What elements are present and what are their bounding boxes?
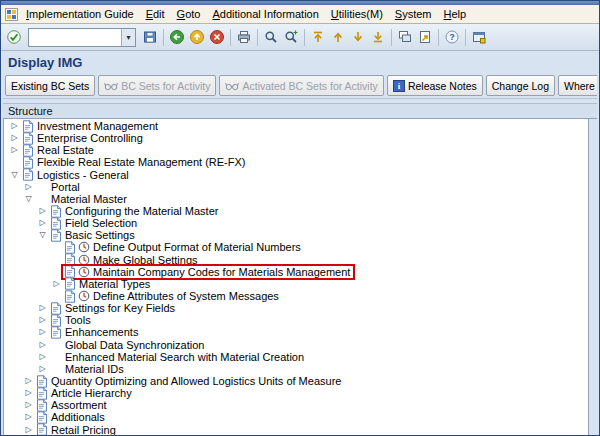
img-doc-icon[interactable] (21, 144, 35, 157)
expand-arrow-icon[interactable]: ▷ (8, 144, 21, 156)
img-doc-icon[interactable] (21, 168, 35, 181)
img-doc-icon[interactable] (49, 217, 63, 230)
print-icon[interactable] (234, 27, 254, 48)
menu-implementation-guide[interactable]: Implementation Guide (20, 7, 140, 21)
existing-bc-sets-button[interactable]: Existing BC Sets (5, 75, 95, 96)
expand-arrow-icon[interactable]: ▷ (36, 363, 49, 375)
img-activity-icon[interactable] (77, 254, 91, 266)
tree-item[interactable]: Make Global Settings (63, 254, 198, 266)
expand-arrow-icon[interactable]: ▷ (36, 326, 49, 338)
expand-arrow-icon[interactable]: ▷ (36, 339, 49, 351)
img-doc-icon[interactable] (63, 265, 77, 278)
expand-arrow-icon[interactable]: ▷ (36, 314, 49, 326)
exit-icon[interactable] (187, 27, 207, 48)
help-icon[interactable]: ? (442, 27, 462, 48)
img-activity-icon[interactable] (77, 241, 91, 253)
img-doc-icon[interactable] (21, 132, 35, 145)
expand-arrow-icon[interactable]: ▷ (8, 132, 21, 144)
command-dropdown-button[interactable]: ▾ (121, 29, 135, 46)
tree-item[interactable]: Material IDs (49, 363, 124, 375)
system-menu-icon[interactable] (4, 7, 18, 21)
img-doc-icon[interactable] (35, 411, 49, 424)
tree-item[interactable]: Field Selection (49, 217, 137, 229)
menu-additional-information[interactable]: Additional Information (206, 7, 324, 21)
img-doc-icon[interactable] (49, 314, 63, 327)
create-shortcut-icon[interactable] (415, 27, 435, 48)
expand-arrow-icon[interactable]: ▷ (36, 217, 49, 229)
tree-item[interactable]: Configuring the Material Master (49, 205, 218, 217)
command-input[interactable] (29, 30, 121, 45)
img-doc-icon[interactable] (49, 302, 63, 315)
expand-arrow-icon[interactable]: ▷ (36, 205, 49, 217)
tree-item[interactable]: Real Estate (21, 144, 94, 156)
img-doc-icon[interactable] (49, 229, 63, 242)
img-doc-icon[interactable] (35, 399, 49, 412)
change-log-button[interactable]: Change Log (486, 75, 555, 96)
tree-item[interactable]: Investment Management (21, 120, 158, 132)
tree-item[interactable]: Enhanced Material Search with Material C… (49, 351, 304, 363)
page-down-icon[interactable] (348, 27, 368, 48)
menu-utilities-m[interactable]: Utilities(M) (325, 7, 389, 21)
tree-item[interactable]: Enhancements (49, 326, 138, 338)
expand-arrow-icon[interactable]: ▷ (36, 302, 49, 314)
tree-item[interactable]: Portal (35, 181, 80, 193)
tree-item[interactable]: Define Output Format of Material Numbers (63, 241, 301, 253)
img-doc-icon[interactable] (63, 290, 77, 303)
expand-arrow-icon[interactable]: ▷ (36, 351, 49, 363)
save-icon[interactable] (140, 27, 160, 48)
tree-item[interactable]: Material Master (35, 193, 127, 205)
img-activity-icon[interactable] (77, 290, 91, 302)
where-else-used-button[interactable]: Where Else Used (558, 75, 597, 96)
tree-item[interactable]: Retail Pricing (35, 424, 116, 435)
tree-item[interactable]: Enterprise Controlling (21, 132, 143, 144)
img-doc-icon[interactable] (35, 387, 49, 400)
expand-arrow-icon[interactable]: ▷ (22, 375, 35, 387)
expand-arrow-icon[interactable]: ▷ (50, 278, 63, 290)
customize-icon[interactable] (469, 27, 489, 48)
img-doc-icon[interactable] (35, 375, 49, 388)
new-session-icon[interactable] (395, 27, 415, 48)
page-up-icon[interactable] (328, 27, 348, 48)
menu-help[interactable]: Help (438, 7, 473, 21)
tree-item[interactable]: Article Hierarchy (35, 387, 132, 399)
first-page-icon[interactable] (308, 27, 328, 48)
expand-arrow-icon[interactable]: ▷ (22, 411, 35, 423)
release-notes-button[interactable]: iRelease Notes (387, 75, 483, 96)
collapse-arrow-icon[interactable]: ▽ (36, 229, 49, 241)
collapse-arrow-icon[interactable]: ▽ (8, 169, 21, 181)
expand-arrow-icon[interactable]: ▷ (22, 424, 35, 435)
expand-arrow-icon[interactable]: ▷ (22, 181, 35, 193)
img-doc-icon[interactable] (63, 241, 77, 254)
img-doc-icon[interactable] (63, 253, 77, 266)
tree-item[interactable]: Additionals (35, 411, 105, 423)
tree-item[interactable]: Define Attributes of System Messages (63, 290, 279, 302)
img-doc-icon[interactable] (35, 423, 49, 435)
expand-arrow-icon[interactable]: ▷ (22, 399, 35, 411)
last-page-icon[interactable] (368, 27, 388, 48)
menu-goto[interactable]: Goto (171, 7, 207, 21)
menu-system[interactable]: System (389, 7, 438, 21)
tree-item[interactable]: Material Types (63, 278, 150, 290)
tree-item[interactable]: Flexible Real Estate Management (RE-FX) (21, 156, 245, 168)
tree-item[interactable]: Tools (49, 314, 91, 326)
back-icon[interactable] (167, 27, 187, 48)
expand-arrow-icon[interactable]: ▷ (8, 120, 21, 132)
tree-item[interactable]: Assortment (35, 399, 107, 411)
find-icon[interactable] (261, 27, 281, 48)
tree-item[interactable]: Logistics - General (21, 169, 129, 181)
collapse-arrow-icon[interactable]: ▽ (22, 193, 35, 205)
menu-edit[interactable]: Edit (140, 7, 171, 21)
tree-item[interactable]: Settings for Key Fields (49, 302, 175, 314)
enter-icon[interactable] (4, 27, 24, 48)
expand-arrow-icon[interactable]: ▷ (22, 387, 35, 399)
img-doc-icon[interactable] (63, 277, 77, 290)
tree-item[interactable]: Quantity Optimizing and Allowed Logistic… (35, 375, 341, 387)
img-doc-icon[interactable] (21, 120, 35, 133)
img-doc-icon[interactable] (21, 156, 35, 169)
tree-item[interactable]: Basic Settings (49, 229, 135, 241)
cancel-icon[interactable] (207, 27, 227, 48)
img-activity-icon[interactable] (77, 266, 91, 278)
tree-item[interactable]: Maintain Company Codes for Materials Man… (63, 266, 353, 278)
img-doc-icon[interactable] (49, 326, 63, 339)
find-next-icon[interactable] (281, 27, 301, 48)
